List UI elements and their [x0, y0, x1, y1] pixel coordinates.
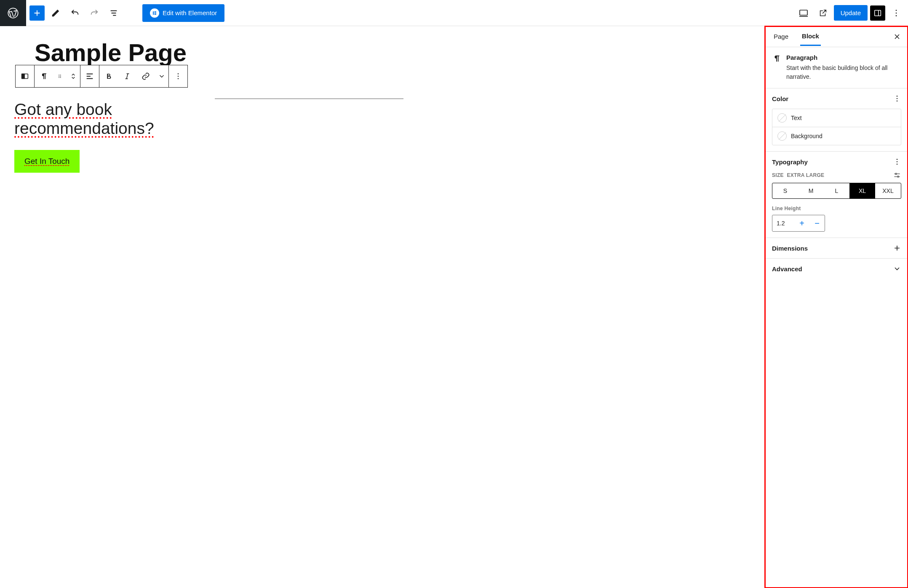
typography-panel-title: Typography: [772, 158, 808, 166]
text-color-label: Text: [791, 115, 802, 121]
svg-point-8: [896, 12, 897, 13]
line-height-label: Line Height: [772, 206, 901, 211]
background-color-label: Background: [791, 133, 823, 139]
svg-point-16: [59, 77, 59, 78]
svg-point-24: [897, 159, 898, 160]
line-height-value[interactable]: 1.2: [772, 220, 794, 227]
line-height-increase[interactable]: +: [794, 215, 809, 231]
edit-with-elementor-button[interactable]: Edit with Elementor: [142, 4, 224, 22]
settings-sidebar-toggle[interactable]: [870, 5, 885, 21]
view-page-button[interactable]: [815, 5, 831, 21]
button-block[interactable]: Get In Touch: [14, 150, 80, 173]
view-device-button[interactable]: [795, 5, 812, 21]
svg-point-19: [178, 76, 179, 77]
svg-rect-4: [155, 14, 157, 15]
close-sidebar-button[interactable]: [893, 32, 901, 41]
svg-point-14: [59, 76, 59, 77]
svg-point-27: [895, 173, 897, 174]
block-options-button[interactable]: [169, 65, 187, 87]
block-toolbar: [15, 65, 188, 88]
undo-button[interactable]: [67, 5, 83, 21]
advanced-toggle[interactable]: [893, 265, 901, 273]
move-up-down-button[interactable]: [67, 65, 80, 87]
advanced-panel-title: Advanced: [772, 265, 802, 273]
more-richtext-button[interactable]: [155, 65, 168, 87]
document-overview-button[interactable]: [105, 5, 122, 21]
svg-point-23: [897, 101, 898, 102]
edit-mode-button[interactable]: [47, 5, 64, 21]
font-size-segmented: SMLXLXXL: [772, 183, 901, 199]
svg-point-12: [59, 75, 59, 75]
dimensions-add-button[interactable]: [893, 244, 901, 252]
text-color-row[interactable]: Text: [772, 109, 901, 127]
size-option-m[interactable]: M: [798, 183, 824, 198]
svg-point-18: [178, 73, 179, 75]
svg-point-26: [897, 164, 898, 165]
svg-point-20: [178, 78, 179, 80]
svg-rect-3: [155, 13, 157, 13]
color-panel-title: Color: [772, 95, 788, 102]
svg-rect-6: [875, 10, 881, 16]
tab-page[interactable]: Page: [772, 28, 790, 45]
link-button[interactable]: [136, 65, 155, 87]
drag-handle[interactable]: [53, 65, 67, 87]
selection-indicator: [215, 99, 403, 99]
size-option-l[interactable]: L: [824, 183, 849, 198]
svg-rect-2: [155, 11, 157, 12]
svg-point-28: [897, 176, 899, 177]
size-value: Extra Large: [787, 172, 825, 178]
svg-point-9: [896, 15, 897, 16]
update-button[interactable]: Update: [834, 5, 868, 21]
paragraph-block[interactable]: Got any book recommendations?: [14, 100, 242, 138]
svg-point-21: [897, 96, 898, 97]
settings-sidebar: Page Block Paragraph Start with the basi…: [765, 26, 908, 588]
svg-point-25: [897, 161, 898, 163]
line-height-decrease[interactable]: −: [809, 215, 825, 231]
align-button[interactable]: [80, 65, 99, 87]
svg-point-17: [60, 77, 61, 78]
size-label: Size: [772, 172, 784, 178]
paragraph-icon: [772, 54, 781, 81]
select-parent-button[interactable]: [16, 65, 34, 87]
italic-button[interactable]: [118, 65, 136, 87]
svg-rect-5: [800, 10, 807, 15]
elementor-label: Edit with Elementor: [163, 9, 217, 16]
line-height-control: 1.2 + −: [772, 215, 825, 232]
svg-point-7: [896, 10, 897, 11]
wordpress-logo[interactable]: [0, 0, 26, 26]
tab-block[interactable]: Block: [800, 27, 821, 46]
add-block-button[interactable]: [29, 5, 45, 21]
elementor-icon: [150, 8, 159, 18]
block-type-paragraph-button[interactable]: [35, 65, 53, 87]
block-description: Start with the basic building block of a…: [786, 64, 901, 81]
background-color-row[interactable]: Background: [772, 127, 901, 145]
svg-rect-1: [153, 11, 154, 15]
options-button[interactable]: [888, 5, 905, 21]
svg-point-13: [60, 75, 61, 75]
text-color-swatch: [777, 113, 787, 123]
editor-canvas[interactable]: Sample Page Got any book recommendations…: [0, 26, 765, 588]
size-option-xxl[interactable]: XXL: [875, 183, 901, 198]
svg-point-15: [60, 76, 61, 77]
svg-point-22: [897, 98, 898, 99]
background-color-swatch: [777, 131, 787, 141]
size-option-s[interactable]: S: [772, 183, 798, 198]
redo-button[interactable]: [86, 5, 103, 21]
color-panel-options[interactable]: [893, 94, 901, 103]
typography-panel-options[interactable]: [893, 158, 901, 166]
svg-rect-11: [22, 74, 24, 79]
block-name: Paragraph: [786, 54, 901, 61]
size-custom-button[interactable]: [893, 171, 901, 179]
dimensions-panel-title: Dimensions: [772, 245, 808, 252]
size-option-xl[interactable]: XL: [849, 183, 875, 198]
page-title[interactable]: Sample Page: [35, 40, 187, 65]
bold-button[interactable]: [99, 65, 118, 87]
